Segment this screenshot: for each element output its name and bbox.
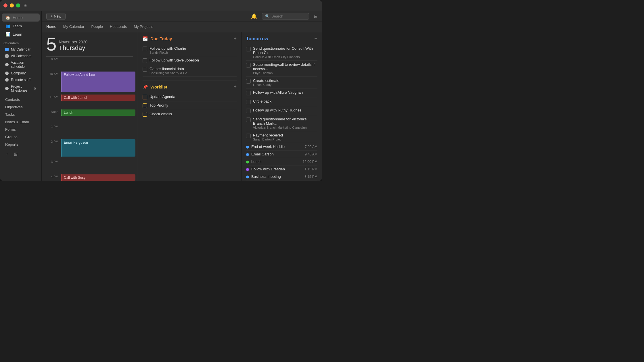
event-call-jamul[interactable]: Call with Jamul xyxy=(61,95,135,101)
task-sub-financial: Consulting for Sherry & Co xyxy=(150,71,237,75)
worklist-checkbox-priority[interactable] xyxy=(143,103,147,108)
sidebar-item-tasks[interactable]: Tasks xyxy=(2,111,40,118)
tmr-text-emon: Send questionnaire for Consult With Emon… xyxy=(253,46,317,59)
dot-business xyxy=(246,176,249,178)
tab-my-calendar[interactable]: My Calendar xyxy=(63,23,85,30)
event-title-jamul: Call with Jamul xyxy=(64,96,87,100)
tmr-title-circle-back: Circle back xyxy=(253,99,317,103)
new-button[interactable]: + New xyxy=(46,13,66,20)
tomorrow-add-button[interactable]: + xyxy=(314,36,317,42)
sidebar-item-company[interactable]: Company xyxy=(2,70,40,76)
notes-email-label: Notes & Email xyxy=(5,120,29,124)
content-area: + New 🔔 🔍 ⊟ Home My Calendar People Hot … xyxy=(42,11,322,181)
event-lunch[interactable]: Lunch xyxy=(61,109,135,116)
time-label-2pm: 2 PM xyxy=(46,139,58,159)
due-today-add-button[interactable]: + xyxy=(233,36,237,42)
task-checkbox-financial[interactable] xyxy=(143,67,147,72)
tmr-checkbox-ruthy[interactable] xyxy=(246,109,251,113)
sidebar-item-team[interactable]: 👥 Team xyxy=(2,22,40,30)
time-label-noon: Noon xyxy=(46,109,58,124)
titlebar: ⊞ xyxy=(0,0,322,11)
event-email-ferguson[interactable]: Email Ferguson xyxy=(61,139,135,157)
time-slot-9am: 9 AM xyxy=(42,57,138,72)
sidebar-item-notes-email[interactable]: Notes & Email xyxy=(2,118,40,126)
maximize-button[interactable] xyxy=(16,3,20,7)
worklist-title-priority: Top Priority xyxy=(150,103,237,107)
time-slot-4pm: 4 PM Call with Susy xyxy=(42,174,138,181)
tmr-checkbox-emon[interactable] xyxy=(246,47,251,51)
due-today-title: 📅 Due Today xyxy=(143,36,172,41)
sidebar: 🏠 Home 👥 Team 📊 Learn Calendars My Calen… xyxy=(0,11,42,181)
tab-my-projects[interactable]: My Projects xyxy=(134,23,153,30)
layout-toggle-button[interactable]: ⊟ xyxy=(314,14,317,19)
sidebar-item-learn[interactable]: 📊 Learn xyxy=(2,30,40,38)
tmr-event-title-dresden: Follow with Dresden xyxy=(251,167,302,171)
task-text-steve: Follow up with Steve Jobeson xyxy=(150,58,237,62)
close-button[interactable] xyxy=(3,3,7,7)
sidebar-item-objectives[interactable]: Objectives xyxy=(2,103,40,111)
task-title-steve: Follow up with Steve Jobeson xyxy=(150,58,237,62)
sidebar-item-contacts[interactable]: Contacts xyxy=(2,96,40,103)
contacts-label: Contacts xyxy=(5,97,20,102)
task-checkbox-charlie[interactable] xyxy=(143,47,147,51)
pin-icon: 📌 xyxy=(143,84,148,90)
grid-view-button[interactable]: ⊞ xyxy=(12,151,19,157)
project-milestones-dot xyxy=(5,87,9,90)
sidebar-item-remote-staff[interactable]: Remote staff xyxy=(2,77,40,83)
event-call-susy[interactable]: Call with Susy xyxy=(61,174,135,181)
worklist-title: 📌 Worklist xyxy=(143,84,167,90)
sidebar-item-groups[interactable]: Groups xyxy=(2,133,40,140)
tmr-checkbox-payment[interactable] xyxy=(246,134,251,138)
event-title-lunch: Lunch xyxy=(64,111,73,115)
sidebar-toggle-icon[interactable]: ⊞ xyxy=(24,3,27,8)
time-slot-2pm: 2 PM Email Ferguson xyxy=(42,139,138,159)
tmr-event-text-lunch: Lunch xyxy=(251,159,300,164)
worklist-checkbox-emails[interactable] xyxy=(143,112,147,117)
notifications-button[interactable]: 🔔 xyxy=(251,13,257,20)
sidebar-item-project-milestones[interactable]: Project Milestones ⚙ xyxy=(2,83,40,94)
app-window: ⊞ 🏠 Home 👥 Team 📊 Learn Calendars My Cal… xyxy=(0,0,322,181)
tmr-checkbox-circle-back[interactable] xyxy=(246,100,251,104)
tmr-item-payment: Payment received Sarah Barton Project xyxy=(246,131,317,143)
event-follow-up-astrid[interactable]: Follow up Astrid Lee xyxy=(61,72,135,92)
task-checkbox-steve[interactable] xyxy=(143,58,147,63)
tmr-text-ruthy: Follow up with Ruthy Hughes xyxy=(253,108,317,112)
tmr-title-payment: Payment received xyxy=(253,133,317,137)
sidebar-item-forms[interactable]: Forms xyxy=(2,126,40,133)
tmr-event-text-dresden: Follow with Dresden xyxy=(251,167,302,171)
tmr-checkbox-estimate[interactable] xyxy=(246,79,251,84)
team-icon: 👥 xyxy=(5,23,10,28)
sidebar-home-label: Home xyxy=(13,16,23,20)
sidebar-item-home[interactable]: 🏠 Home xyxy=(2,14,40,22)
remote-staff-label: Remote staff xyxy=(11,78,30,82)
tmr-event-title-huddle: End of week Huddle xyxy=(251,145,302,149)
sidebar-item-vacation[interactable]: Vacation schedule xyxy=(2,59,40,70)
tmr-title-ruthy: Follow up with Ruthy Hughes xyxy=(253,108,317,112)
worklist-checkbox-agenda[interactable] xyxy=(143,95,147,99)
task-item-steve: Follow up with Steve Jobeson xyxy=(143,56,237,65)
tmr-item-priya: Setup meeting/call to review details if … xyxy=(246,61,317,77)
sidebar-item-all-calendars[interactable]: All Calendars xyxy=(2,53,40,59)
tab-people[interactable]: People xyxy=(91,23,103,30)
sidebar-item-reports[interactable]: Reports xyxy=(2,141,40,148)
sidebar-item-my-calendar[interactable]: My Calendar xyxy=(2,46,40,53)
time-slot-1pm: 1 PM xyxy=(42,124,138,139)
worklist-add-button[interactable]: + xyxy=(233,84,237,90)
tmr-checkbox-victoria[interactable] xyxy=(246,118,251,122)
tmr-checkbox-allura[interactable] xyxy=(246,91,251,95)
worklist-title-emails: Check emails xyxy=(150,112,237,116)
add-calendar-button[interactable]: + xyxy=(3,151,10,157)
tab-home[interactable]: Home xyxy=(46,23,56,30)
tab-hot-leads[interactable]: Hot Leads xyxy=(110,23,127,30)
calendar-panel: 5 November 2020 Thursday 9 AM 10 AM xyxy=(42,32,138,181)
task-text-charlie: Follow up with Charlie Sandy Fletch xyxy=(150,46,237,54)
time-label-9am: 9 AM xyxy=(46,57,58,72)
home-icon: 🏠 xyxy=(5,15,10,20)
search-input[interactable] xyxy=(271,14,306,18)
minimize-button[interactable] xyxy=(10,3,14,7)
task-title-financial: Gather financial data xyxy=(150,67,237,71)
tmr-checkbox-priya[interactable] xyxy=(246,63,251,68)
task-title-charlie: Follow up with Charlie xyxy=(150,46,237,51)
top-bar: + New 🔔 🔍 ⊟ xyxy=(42,11,322,22)
learn-icon: 📊 xyxy=(5,32,10,37)
